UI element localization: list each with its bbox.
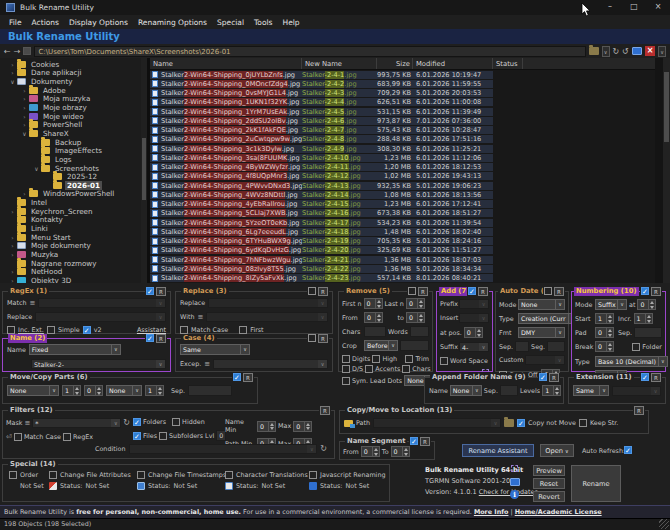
chevron-right-icon[interactable]: ›: [8, 234, 17, 241]
display-icon[interactable]: [510, 478, 520, 486]
copymove-browse-icon[interactable]: [504, 419, 514, 427]
monitor-icon[interactable]: [632, 47, 642, 55]
chevron-down-icon[interactable]: ∨: [8, 78, 17, 85]
appendfolder-levels-spinner[interactable]: 1: [542, 385, 561, 396]
remove-lastn-spinner[interactable]: 0: [406, 298, 425, 309]
tree-item-menu-start[interactable]: ›Menu Start: [0, 233, 141, 242]
remove-accents-checkbox[interactable]: [365, 365, 373, 373]
replace-first-checkbox[interactable]: [239, 326, 247, 334]
chevron-right-icon[interactable]: ›: [8, 242, 17, 249]
browse-folder-icon[interactable]: [589, 47, 599, 55]
filters-mask-combo[interactable]: *∨: [32, 418, 121, 428]
numbering-folder-checkbox[interactable]: [632, 343, 640, 351]
filters-namemin-spinner[interactable]: 0: [257, 421, 276, 432]
mask-menu-icon[interactable]: ≡: [24, 419, 30, 427]
regex-incext-checkbox[interactable]: [7, 326, 15, 334]
network-icon[interactable]: [23, 47, 31, 55]
filters-hidden-checkbox[interactable]: [172, 418, 180, 426]
tree-item-screenshots[interactable]: ∨Screenshots: [0, 164, 141, 173]
file-row[interactable]: Stalker2-Win64-Shipping_6ydKqDvHzG.jpgSt…: [150, 246, 655, 255]
javascript-checkbox[interactable]: [309, 471, 317, 479]
tree-item-2025-12[interactable]: 2025-12: [0, 172, 141, 181]
auto-refresh-checkbox[interactable]: [624, 446, 632, 454]
file-row[interactable]: Stalker2-Win64-Shipping_4f8UQpMnr3.jpgSt…: [150, 172, 655, 181]
revert-button[interactable]: Revert: [533, 491, 565, 502]
file-row[interactable]: Stalker2-Win64-Shipping_5YzeOT0eKb.jpgSt…: [150, 218, 655, 227]
tree-item-2026-01[interactable]: 2026-01: [0, 181, 141, 190]
regex-v2-checkbox[interactable]: [83, 326, 91, 334]
remove-reset-button[interactable]: R: [418, 287, 428, 296]
with-menu-icon[interactable]: ≡: [198, 313, 204, 321]
file-row[interactable]: Stalker2-Win64-Shipping_6Lg7eeeudL.jpgSt…: [150, 227, 655, 236]
more-info-link[interactable]: More Info: [474, 508, 509, 516]
revert-path-icon[interactable]: ↻: [622, 46, 629, 57]
chevron-down-icon[interactable]: ∨: [32, 165, 41, 172]
movecopy-enable-checkbox[interactable]: [233, 373, 241, 381]
tree-item-windowspowershell[interactable]: ›WindowsPowerShell: [0, 190, 141, 199]
address-dropdown-icon[interactable]: ∨: [658, 46, 666, 57]
close-button[interactable]: ×: [646, 0, 670, 15]
tree-item-dokumenty[interactable]: ∨Dokumenty: [0, 77, 141, 86]
name-enable-checkbox[interactable]: [146, 334, 154, 342]
tree-item-obiekty-3d[interactable]: ›Obiekty 3D: [0, 276, 141, 283]
tree-scrollbar-thumb[interactable]: [142, 138, 146, 200]
movecopy-sep-field[interactable]: [188, 385, 232, 396]
nameseg-reset-button[interactable]: R: [420, 437, 430, 446]
remove-trim-checkbox[interactable]: [405, 355, 413, 363]
menu-display-options[interactable]: Display Options: [64, 18, 133, 27]
extension-reset-button[interactable]: R: [651, 373, 661, 382]
numbering-reset-button[interactable]: R: [651, 287, 661, 296]
add-insert-combo[interactable]: ∨: [459, 313, 489, 323]
remove-enable-checkbox[interactable]: [408, 287, 416, 295]
file-row[interactable]: Stalker2-Win64-Shipping_8IZy5aFvXk.jpgSt…: [150, 274, 655, 283]
remove-crop-select[interactable]: Before∨: [364, 340, 398, 351]
chevron-right-icon[interactable]: ›: [8, 61, 17, 68]
tree-item-nagrane-rozmowy[interactable]: Nagrane rozmowy: [0, 259, 141, 268]
extension-enable-checkbox[interactable]: [641, 373, 649, 381]
translations-checkbox[interactable]: [225, 471, 233, 479]
file-row[interactable]: Stalker2-Win64-Shipping_6TYHuBWX9g.jpgSt…: [150, 237, 655, 246]
remove-crop-field[interactable]: [400, 340, 429, 351]
column-name[interactable]: Name: [150, 58, 302, 69]
file-row[interactable]: Stalker2-Win64-Shipping_2ddSU2oIBv.jpgSt…: [150, 116, 655, 125]
chevron-right-icon[interactable]: ›: [8, 268, 17, 275]
filters-reset-button[interactable]: R: [320, 406, 330, 415]
copy-pane-icon[interactable]: [344, 420, 353, 427]
chevron-right-icon[interactable]: ›: [20, 113, 29, 120]
keep-str-checkbox[interactable]: [579, 419, 587, 427]
column-status[interactable]: Status: [493, 58, 523, 69]
remove-high-checkbox[interactable]: [372, 355, 380, 363]
copymove-path-combo[interactable]: ∨: [373, 418, 501, 428]
chevron-right-icon[interactable]: ›: [8, 277, 17, 283]
menu-file[interactable]: File: [4, 18, 27, 27]
refresh-icon[interactable]: ↻: [613, 46, 620, 57]
tree-item-cookies[interactable]: ›Cookies: [0, 60, 141, 69]
rename-button[interactable]: Rename: [571, 465, 621, 502]
regex-match-combo[interactable]: ∨: [38, 298, 166, 308]
name-mode-select[interactable]: Fixed∨: [29, 344, 121, 355]
autodate-reset-button[interactable]: R: [554, 287, 564, 296]
filters-regex-checkbox[interactable]: [63, 433, 71, 441]
remove-ds-checkbox[interactable]: [342, 365, 350, 373]
file-row[interactable]: Stalker2-Win64-Shipping_1UKN1f32YK.jpgSt…: [150, 98, 655, 107]
file-row[interactable]: Stalker2-Win64-Shipping_2kK1fAkFQE.jpgSt…: [150, 126, 655, 135]
replace-enable-checkbox[interactable]: [308, 287, 316, 295]
remove-firstn-spinner[interactable]: 0: [364, 298, 383, 309]
chevron-right-icon[interactable]: ›: [20, 95, 29, 102]
column-modified[interactable]: Modified: [413, 58, 493, 69]
chevron-right-icon[interactable]: ›: [20, 104, 29, 111]
tree-item-moje-obrazy[interactable]: ›Moje obrazy: [0, 103, 141, 112]
chevron-right-icon[interactable]: ›: [20, 121, 29, 128]
maximize-button[interactable]: □: [622, 0, 646, 15]
folder-dropdown-icon[interactable]: ∨: [602, 46, 610, 57]
numbering-break-spinner[interactable]: 0: [595, 341, 614, 352]
regex-assistant-link[interactable]: Assistant: [137, 326, 166, 334]
numbering-type-select[interactable]: Base 10 (Decimal)∨: [595, 356, 668, 367]
remove-to-spinner[interactable]: 0: [406, 312, 425, 323]
numbering-start-spinner[interactable]: 1: [595, 313, 614, 324]
replace-matchcase-checkbox[interactable]: [180, 326, 188, 334]
menu-help[interactable]: Help: [278, 18, 305, 27]
menu-renaming-options[interactable]: Renaming Options: [133, 18, 212, 27]
filters-files-checkbox[interactable]: [133, 432, 141, 440]
nameseg-to-spinner[interactable]: 0: [391, 446, 410, 457]
